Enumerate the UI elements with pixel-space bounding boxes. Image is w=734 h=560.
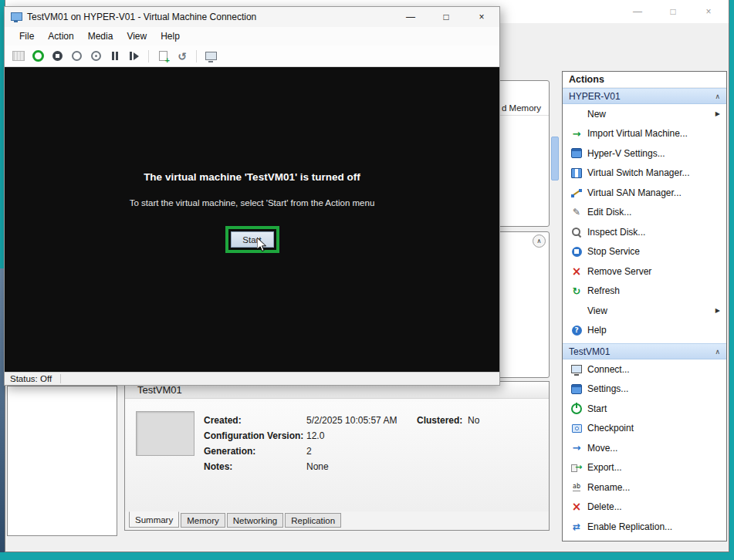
tab-summary[interactable]: Summary <box>129 511 179 528</box>
tab-networking[interactable]: Networking <box>227 513 284 528</box>
menu-item-action[interactable]: Action <box>41 29 80 44</box>
action-item-label: Import Virtual Machine... <box>587 128 688 139</box>
ctrl-alt-del-icon[interactable] <box>9 48 28 65</box>
vm-start-button[interactable]: Start <box>231 231 274 248</box>
action-item-delete[interactable]: Delete... <box>563 498 726 518</box>
close-icon[interactable]: × <box>691 0 726 23</box>
action-item-stop-service[interactable]: Stop Service <box>563 242 726 262</box>
action-item-remove-server[interactable]: Remove Server <box>563 261 726 282</box>
pause-icon[interactable] <box>106 48 124 65</box>
minimize-icon[interactable]: — <box>393 7 428 27</box>
action-item-new[interactable]: New▶ <box>563 104 726 124</box>
action-item-label: Settings... <box>587 383 628 394</box>
vmc-toolbar <box>5 46 499 67</box>
tab-memory[interactable]: Memory <box>181 513 225 528</box>
action-item-checkpoint[interactable]: Checkpoint <box>563 419 726 439</box>
group-title: TestVM01 <box>569 346 610 357</box>
action-item-virtual-switch-manager[interactable]: Virtual Switch Manager... <box>563 164 726 184</box>
action-item-help[interactable]: Help <box>563 321 726 341</box>
action-item-label: Start <box>587 403 607 414</box>
menu-item-help[interactable]: Help <box>154 29 187 44</box>
action-item-label: Remove Server <box>587 266 651 277</box>
vm-thumbnail[interactable] <box>136 411 194 456</box>
menu-item-view[interactable]: View <box>120 29 154 44</box>
refresh-icon <box>570 285 583 297</box>
action-item-label: Connect... <box>587 364 630 375</box>
action-item-connect[interactable]: Connect... <box>563 359 726 380</box>
rename-icon <box>570 481 583 494</box>
vm-off-message: The virtual machine 'TestVM01' is turned… <box>5 171 499 183</box>
minimize-icon[interactable]: — <box>620 0 655 23</box>
clustered-field: Clustered: No <box>417 413 479 428</box>
tab-replication[interactable]: Replication <box>285 513 341 528</box>
mouse-cursor <box>257 238 267 252</box>
enable-replication-icon <box>570 521 583 533</box>
action-item-rename[interactable]: Rename... <box>563 477 726 498</box>
connect-icon <box>570 363 583 376</box>
save-icon[interactable] <box>86 48 105 65</box>
vmc-window-controls: — □ × <box>393 7 499 27</box>
action-item-start[interactable]: Start <box>563 399 726 419</box>
action-item-label: Inspect Disk... <box>587 227 645 238</box>
action-group-header-testvm01[interactable]: TestVM01∧ <box>563 343 726 359</box>
details-fields: Created:5/2/2025 10:05:57 AMConfiguratio… <box>204 413 397 474</box>
details-body: Created:5/2/2025 10:05:57 AMConfiguratio… <box>125 399 549 511</box>
menu-item-media[interactable]: Media <box>81 29 120 44</box>
help-icon <box>570 540 583 541</box>
help-icon <box>570 324 583 336</box>
action-item-virtual-san-manager[interactable]: Virtual SAN Manager... <box>563 183 726 203</box>
action-item-settings[interactable]: Settings... <box>563 380 726 400</box>
close-icon[interactable]: × <box>464 7 499 27</box>
action-group-header-hyper-v01[interactable]: HYPER-V01∧ <box>563 88 726 104</box>
maximize-icon[interactable]: □ <box>655 0 691 23</box>
field-value: No <box>468 415 479 426</box>
action-item-enable-replication[interactable]: Enable Replication... <box>563 517 726 537</box>
action-item-label: Move... <box>587 443 617 454</box>
action-item-export[interactable]: Export... <box>563 458 726 478</box>
vmconnect-window: TestVM01 on HYPER-V01 - Virtual Machine … <box>4 6 500 386</box>
action-item-label: Export... <box>587 462 622 473</box>
reset-icon[interactable] <box>125 48 144 65</box>
action-item-move[interactable]: Move... <box>563 438 726 458</box>
action-item-refresh[interactable]: Refresh <box>563 282 726 302</box>
action-item-hyper-v-settings[interactable]: Hyper-V Settings... <box>563 143 726 164</box>
revert-icon[interactable] <box>173 48 191 65</box>
submenu-arrow-icon: ▶ <box>715 110 720 117</box>
action-item-edit-disk[interactable]: Edit Disk... <box>563 203 726 223</box>
field-label: Clustered: <box>417 415 468 426</box>
screen: — □ × d Memory ∧ TestVM01 Created:5/2/20… <box>0 0 734 560</box>
action-item-import-virtual-machine[interactable]: Import Virtual Machine... <box>563 124 726 144</box>
collapse-pane-button[interactable]: ∧ <box>533 234 546 248</box>
virtual-switch-icon <box>570 167 583 179</box>
start-icon <box>570 403 583 415</box>
checkpoint-icon <box>570 422 583 434</box>
vmconnect-app-icon <box>11 12 22 22</box>
shut-down-icon[interactable] <box>67 48 86 65</box>
status-text: Status: Off <box>5 374 52 383</box>
action-item-view[interactable]: View▶ <box>563 301 726 321</box>
field-value: None <box>306 461 329 472</box>
action-item-label: Refresh <box>587 285 620 296</box>
actions-panel-title: Actions <box>563 72 726 88</box>
checkpoint-icon[interactable] <box>154 48 172 65</box>
group-title: HYPER-V01 <box>569 91 621 102</box>
action-item-label: Enable Replication... <box>587 521 672 532</box>
import-vm-icon <box>570 127 583 140</box>
maximize-icon[interactable]: □ <box>428 7 464 27</box>
toolbar-separator <box>148 50 149 62</box>
turn-off-icon[interactable] <box>48 48 66 65</box>
inspect-disk-icon <box>570 226 583 238</box>
delete-icon <box>570 501 583 513</box>
action-item-label: New <box>587 109 606 120</box>
detail-field: Created:5/2/2025 10:05:57 AM <box>204 413 397 428</box>
action-item-help[interactable]: Help <box>563 537 726 542</box>
start-icon[interactable] <box>29 48 47 65</box>
menu-item-file[interactable]: File <box>12 29 41 44</box>
icon-spacer <box>570 305 583 317</box>
chevron-up-icon: ∧ <box>715 93 720 100</box>
toolbar-separator <box>196 50 197 62</box>
scrollbar-thumb[interactable] <box>551 137 559 180</box>
vmc-status-bar: Status: Off <box>5 372 499 385</box>
enhanced-session-icon[interactable] <box>201 48 220 65</box>
action-item-inspect-disk[interactable]: Inspect Disk... <box>563 222 726 242</box>
